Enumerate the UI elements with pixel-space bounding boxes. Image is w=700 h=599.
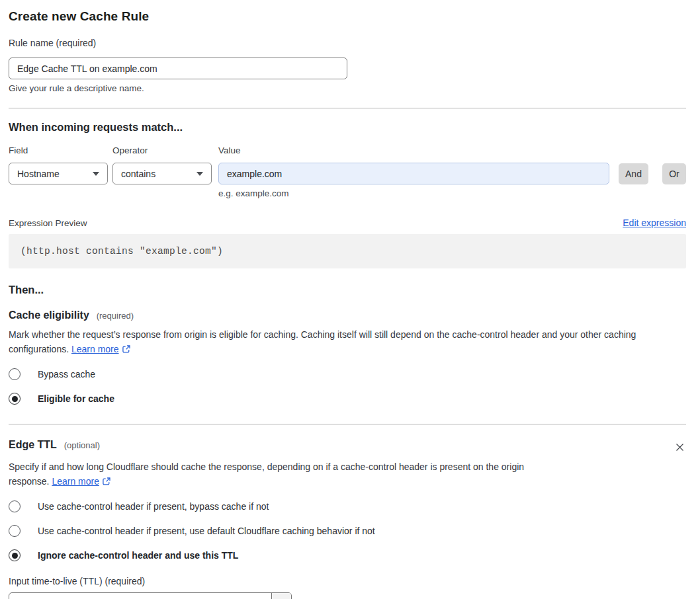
chevron-down-icon — [197, 172, 203, 176]
radio-use-header-bypass[interactable]: Use cache-control header if present, byp… — [9, 500, 686, 512]
radio-label: Use cache-control header if present, byp… — [38, 501, 269, 512]
radio-icon — [9, 368, 21, 380]
cache-eligibility-learn-more-link[interactable]: Learn more — [71, 344, 131, 354]
rule-name-group: Rule name (required) Give your rule a de… — [9, 38, 686, 93]
rule-name-input[interactable] — [9, 58, 347, 79]
match-control-labels: Field Operator Value — [9, 145, 686, 155]
radio-icon — [9, 549, 21, 561]
rule-name-help: Give your rule a descriptive name. — [9, 83, 686, 93]
edge-ttl-description: Specify if and how long Cloudflare shoul… — [9, 460, 563, 489]
match-heading: When incoming requests match... — [9, 121, 686, 134]
value-input[interactable] — [218, 163, 609, 184]
radio-label: Ignore cache-control header and use this… — [38, 550, 238, 561]
or-button[interactable]: Or — [662, 163, 686, 184]
learn-more-label: Learn more — [71, 344, 119, 354]
field-label: Field — [9, 145, 112, 155]
value-label: Value — [218, 145, 241, 155]
radio-icon — [9, 500, 21, 512]
ttl-select-value: 1 day — [9, 593, 271, 599]
divider — [9, 424, 686, 424]
ttl-input-label: Input time-to-live (TTL) (required) — [9, 576, 686, 586]
field-select-value: Hostname — [17, 169, 60, 179]
edge-ttl-optional-badge: (optional) — [64, 440, 100, 450]
cache-eligibility-header: Cache eligibility (required) — [9, 309, 686, 321]
page-title: Create new Cache Rule — [9, 9, 686, 24]
chevron-down-icon — [93, 172, 99, 176]
create-cache-rule-form: Create new Cache Rule Rule name (require… — [0, 0, 700, 599]
operator-select[interactable]: contains — [112, 163, 212, 184]
edge-ttl-header: Edge TTL (optional) — [9, 439, 686, 454]
radio-label: Bypass cache — [38, 369, 95, 379]
operator-label: Operator — [112, 145, 218, 155]
cache-eligibility-description: Mark whether the request’s response from… — [9, 328, 686, 356]
radio-ignore-header-use-ttl[interactable]: Ignore cache-control header and use this… — [9, 549, 686, 561]
divider — [9, 108, 686, 108]
radio-label: Use cache-control header if present, use… — [38, 526, 375, 536]
edge-ttl-title: Edge TTL — [9, 439, 57, 450]
edge-ttl-options: Use cache-control header if present, byp… — [9, 500, 686, 561]
external-link-icon — [122, 344, 131, 354]
operator-select-value: contains — [121, 169, 155, 179]
cache-eligibility-required-badge: (required) — [97, 311, 134, 321]
expression-text: (http.host contains "example.com") — [21, 246, 223, 257]
learn-more-label: Learn more — [52, 476, 99, 487]
value-help-text: e.g. example.com — [218, 188, 686, 198]
close-icon[interactable] — [674, 441, 686, 454]
ttl-select-arrow-button[interactable] — [271, 593, 291, 599]
cache-eligibility-options: Bypass cache Eligible for cache — [9, 368, 686, 405]
cache-eligibility-block: Cache eligibility (required) Mark whethe… — [9, 309, 686, 405]
expression-preview-label: Expression Preview — [9, 218, 87, 228]
radio-label: Eligible for cache — [38, 393, 114, 404]
expression-preview-box: (http.host contains "example.com") — [9, 234, 686, 268]
cache-eligibility-title: Cache eligibility — [9, 309, 89, 321]
ttl-input-group: Input time-to-live (TTL) (required) 1 da… — [9, 576, 686, 599]
field-select[interactable]: Hostname — [9, 163, 108, 184]
radio-icon — [9, 525, 21, 537]
edge-ttl-block: Edge TTL (optional) Specify if and how l… — [9, 439, 686, 599]
rule-name-label: Rule name (required) — [9, 38, 686, 48]
and-button[interactable]: And — [619, 163, 648, 184]
radio-bypass-cache[interactable]: Bypass cache — [9, 368, 686, 380]
match-section: When incoming requests match... Field Op… — [9, 121, 686, 268]
external-link-icon — [102, 477, 111, 486]
radio-eligible-for-cache[interactable]: Eligible for cache — [9, 393, 686, 405]
radio-icon — [9, 393, 21, 405]
then-heading: Then... — [9, 284, 686, 296]
expression-row: Expression Preview Edit expression — [9, 218, 686, 228]
edit-expression-link[interactable]: Edit expression — [623, 218, 686, 228]
ttl-select[interactable]: 1 day — [9, 592, 292, 599]
edge-ttl-learn-more-link[interactable]: Learn more — [52, 476, 111, 487]
match-controls-row: Hostname contains And Or — [9, 163, 686, 184]
radio-use-header-default[interactable]: Use cache-control header if present, use… — [9, 525, 686, 537]
